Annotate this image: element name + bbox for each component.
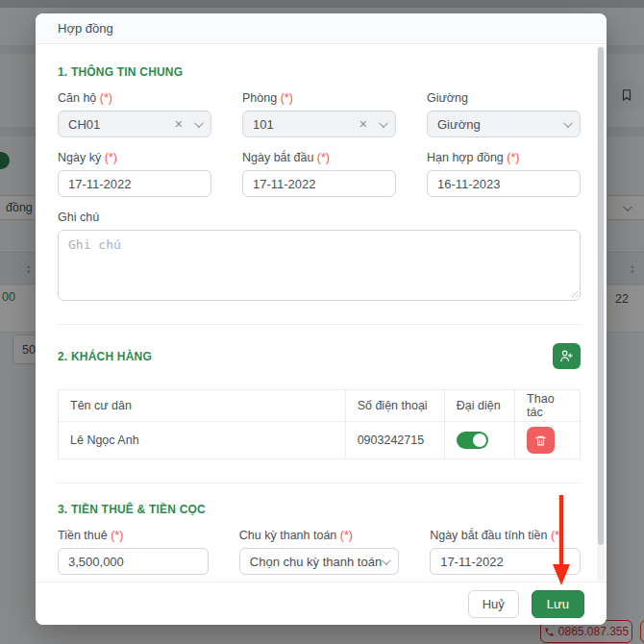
modal-scrollbar[interactable] [597,45,605,581]
can-ho-value: CH01 [68,117,175,132]
chu-ky-value: Chọn chu kỳ thanh toán [250,555,382,569]
delete-customer-button[interactable] [527,427,555,454]
field-label: Căn hộ [58,91,96,105]
ngay-bat-dau-input[interactable] [242,170,396,197]
col-header-name: Tên cư dân [59,390,346,422]
giuong-value: Giường [437,117,563,132]
scrollbar-thumb[interactable] [598,47,604,545]
required-mark: (*) [105,151,117,164]
chevron-down-icon[interactable] [563,118,573,128]
ghi-chu-textarea[interactable] [58,230,581,301]
section-title-customers: 2. KHÁCH HÀNG [58,350,152,363]
col-header-actions: Thao tác [515,390,581,422]
required-mark: (*) [317,151,330,164]
chevron-down-icon[interactable] [379,118,388,128]
field-ngay-bat-dau: Ngày bắt đầu (*) [242,151,396,197]
phong-value: 101 [253,117,359,132]
field-label: Tiền thuê [58,529,108,542]
field-han-hop-dong: Hạn hợp đồng (*) [427,151,581,197]
field-label: Ghi chú [58,211,581,224]
required-mark: (*) [507,151,519,164]
field-label: Ngày bắt đầu [242,151,313,164]
required-mark: (*) [340,529,353,542]
ngay-ky-input[interactable] [58,170,211,197]
modal-header: Hợp đồng [36,13,607,44]
clear-icon[interactable]: × [359,116,367,132]
modal-footer: Huỷ Lưu [36,582,607,625]
required-mark: (*) [281,91,293,105]
modal-body: 1. THÔNG TIN CHUNG Căn hộ (*) CH01 × Phò… [36,44,607,625]
chevron-down-icon[interactable] [194,118,204,128]
field-can-ho: Căn hộ (*) CH01 × [58,91,211,137]
giuong-select[interactable]: Giường [427,111,581,137]
chu-ky-select[interactable]: Chọn chu kỳ thanh toán [239,548,399,575]
field-label: Giường [427,91,468,105]
trash-icon [534,434,547,447]
annotation-arrow [549,491,574,589]
field-giuong: Giường Giường [427,91,581,137]
representative-toggle[interactable] [457,432,488,449]
can-ho-select[interactable]: CH01 × [58,111,211,137]
field-chu-ky-thanh-toan: Chu kỳ thanh toán (*) Chọn chu kỳ thanh … [239,529,399,575]
section-divider [58,324,581,325]
section-title-rent-deposit: 3. TIỀN THUÊ & TIỀN CỌC [58,503,581,516]
clear-icon[interactable]: × [175,116,183,132]
field-label: Phòng [242,91,277,105]
col-header-representative: Đại diện [444,390,514,422]
phong-select[interactable]: 101 × [242,111,396,137]
save-button[interactable]: Lưu [532,590,584,618]
field-label: Ngày bắt đầu tính tiền [430,529,547,542]
field-tien-thue: Tiền thuê (*) [58,529,209,575]
tien-thue-input[interactable] [58,548,209,575]
section-divider [58,483,581,483]
required-mark: (*) [100,91,112,105]
customer-phone: 0903242715 [345,422,444,459]
field-phong: Phòng (*) 101 × [242,91,396,137]
modal-title: Hợp đồng [58,21,113,36]
add-customer-button[interactable] [553,343,581,369]
field-ghi-chu: Ghi chú [58,211,581,301]
required-mark: (*) [111,529,123,542]
customer-name: Lê Ngọc Anh [59,422,346,459]
field-label: Ngày ký [58,151,101,164]
field-label: Hạn hợp đồng [427,151,504,164]
chevron-down-icon[interactable] [382,556,391,565]
cancel-button[interactable]: Huỷ [468,590,519,618]
field-label: Chu kỳ thanh toán [239,529,336,542]
section-title-general-info: 1. THÔNG TIN CHUNG [58,65,581,79]
person-add-icon [559,349,574,363]
customers-table: Tên cư dân Số điện thoại Đại diện Thao t… [58,389,581,459]
field-ngay-ky: Ngày ký (*) [58,151,211,197]
table-row: Lê Ngọc Anh 0903242715 [59,422,581,459]
han-hop-dong-input[interactable] [427,170,581,197]
contract-modal: Hợp đồng 1. THÔNG TIN CHUNG Căn hộ (*) C… [36,13,607,625]
col-header-phone: Số điện thoại [345,390,444,422]
